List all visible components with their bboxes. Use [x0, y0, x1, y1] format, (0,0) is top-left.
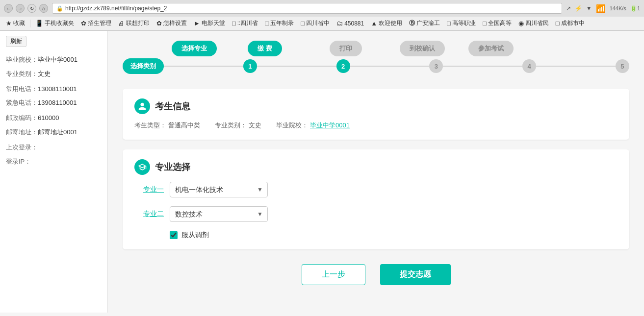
major1-select[interactable]: 机电一体化技术 [170, 182, 268, 197]
address-bar[interactable]: 🔒 http://gzdz.zk789.net/fill/in/page/ste… [52, 3, 562, 14]
major2-select[interactable]: 数控技术 [170, 206, 268, 222]
chengdu-icon: □ [556, 20, 560, 27]
bookmark-fiveyear[interactable]: □ 五年制录 [262, 18, 297, 28]
sidebar-school-value: 毕业中学0001 [38, 56, 77, 63]
bookmark-450881[interactable]: 🗂 450881 [334, 19, 367, 28]
sidebar-loginip: 登录IP： [6, 157, 102, 167]
school-label: 毕业院校： [276, 121, 308, 130]
type-value: 普通高中类 [168, 121, 200, 130]
sidebar-postal: 邮政编码：610000 [6, 113, 102, 123]
bookmark-chengdu-label: 成都市中 [561, 19, 585, 27]
bookmark-recruit[interactable]: ✿ 招生管理 [78, 18, 114, 28]
bookmark-national[interactable]: □ 全国高等 [480, 18, 515, 28]
sidebar-postal-value: 610000 [38, 114, 59, 122]
sidebar: 刷新 毕业院校：毕业中学0001 专业类别：文史 常用电话：1300811000… [0, 31, 108, 313]
step5-circle: 5 [616, 59, 629, 73]
print-icon: 🖨 [118, 20, 125, 27]
movie-icon: ► [194, 20, 200, 27]
major-icon [134, 159, 150, 175]
guangan-icon: Ⓑ [409, 19, 415, 27]
bookmark-450881-label: 450881 [344, 20, 364, 27]
sidebar-emergency-value: 13908110001 [38, 99, 77, 106]
share-icon[interactable]: ↗ [566, 5, 571, 12]
bookmark-collect[interactable]: ★ 收藏 [3, 18, 28, 28]
bookmark-separator [30, 20, 30, 27]
bookmark-guangan-label: 广安渝工 [416, 19, 440, 27]
sidebar-refresh-button[interactable]: 刷新 [6, 36, 26, 47]
browser-titlebar: ← → ↻ ⌂ 🔒 http://gzdz.zk789.net/fill/in/… [0, 0, 644, 17]
step2-circle: 2 [336, 59, 350, 73]
step5-button: 参加考试 [468, 41, 514, 56]
sidebar-emergency: 紧急电话：13908110001 [6, 98, 102, 108]
bookmark-recruit-label: 招生管理 [88, 19, 111, 27]
bookmark-welcome-label: 欢迎使用 [379, 19, 402, 27]
category-button[interactable]: 选择类别 [123, 58, 164, 74]
sidebar-lastlogin: 上次登录： [6, 143, 102, 153]
comply-label: 服从调剂 [181, 231, 209, 240]
bookmark-higher[interactable]: □ 高等职业 [444, 18, 479, 28]
browser-actions: ↗ ⚡ ▼ 📶 144K/s 🔋1 [566, 4, 640, 13]
step4-circle: 4 [522, 59, 536, 73]
more-icon[interactable]: ▼ [586, 5, 592, 12]
student-info-title: 考生信息 [134, 98, 618, 114]
home-button[interactable]: ⌂ [39, 4, 48, 13]
sidebar-phone: 常用电话：13008110001 [6, 84, 102, 95]
bookmark-sichuanmin-label: 四川省民 [525, 19, 549, 27]
lightning-icon[interactable]: ⚡ [575, 5, 582, 12]
sidebar-major-label: 专业类别： [6, 70, 38, 77]
battery-icon: 🔋1 [630, 5, 640, 12]
lock-icon: 🔒 [56, 5, 63, 12]
sidebar-address-label: 邮寄地址： [6, 128, 38, 136]
mobile-icon: 📱 [35, 20, 43, 27]
bookmark-national-label: 全国高等 [488, 19, 512, 27]
step1-circle: 1 [243, 59, 257, 73]
info-school: 毕业院校： 毕业中学0001 [276, 121, 350, 130]
url-text: http://gzdz.zk789.net/fill/in/page/step_… [65, 5, 167, 12]
bookmark-sichuan1[interactable]: □ ::四川省 [229, 18, 261, 28]
sichuan2-icon: □ [301, 20, 305, 27]
student-info-label: 考生信息 [155, 100, 190, 112]
major2-label: 专业二 [134, 210, 164, 219]
refresh-button[interactable]: ↻ [27, 4, 36, 13]
bookmark-settings[interactable]: ✿ 怎样设置 [154, 18, 190, 28]
bookmark-guangan[interactable]: Ⓑ 广安渝工 [406, 18, 443, 28]
step3-button: 打印 [330, 41, 362, 56]
sidebar-address-value: 邮寄地址0001 [38, 128, 77, 136]
bookmarks-bar: ★ 收藏 📱 手机收藏夹 ✿ 招生管理 🖨 联想打印 ✿ 怎样设置 ► 电影天堂… [0, 17, 644, 30]
bookmark-sichuan1-label: ::四川省 [237, 19, 258, 27]
major2-row: 专业二 数控技术 ▼ [134, 206, 618, 222]
sidebar-address: 邮寄地址：邮寄地址0001 [6, 127, 102, 138]
bookmark-mobile[interactable]: 📱 手机收藏夹 [32, 18, 77, 28]
bookmark-sichuanmin[interactable]: ◉ 四川省民 [515, 18, 552, 28]
page-layout: 刷新 毕业院校：毕业中学0001 专业类别：文史 常用电话：1300811000… [0, 31, 644, 313]
major2-select-wrapper: 数控技术 ▼ [170, 206, 268, 222]
bookmark-print[interactable]: 🖨 联想打印 [115, 18, 153, 28]
bottom-buttons: 上一步 提交志愿 [123, 264, 629, 295]
back-button[interactable]: ← [4, 4, 13, 13]
student-info-section: 考生信息 考生类型： 普通高中类 专业类别： 文史 毕业院校： 毕业中学0001 [123, 89, 629, 140]
step1-button[interactable]: 选择专业 [172, 41, 217, 56]
prev-button[interactable]: 上一步 [302, 264, 365, 285]
star-icon: ★ [6, 20, 12, 27]
submit-button[interactable]: 提交志愿 [380, 264, 451, 285]
comply-row: 服从调剂 [170, 231, 618, 240]
major-selection-section: 专业选择 专业一 机电一体化技术 ▼ 专业二 [123, 149, 629, 249]
major1-row: 专业一 机电一体化技术 ▼ [134, 182, 618, 197]
info-row: 考生类型： 普通高中类 专业类别： 文史 毕业院校： 毕业中学0001 [134, 121, 618, 130]
major-value: 文史 [249, 121, 261, 130]
sidebar-lastlogin-label: 上次登录： [6, 144, 38, 151]
bookmark-settings-label: 怎样设置 [163, 19, 187, 27]
bookmark-chengdu[interactable]: □ 成都市中 [553, 18, 588, 28]
step2-button[interactable]: 缴 费 [248, 41, 282, 56]
sidebar-loginip-label: 登录IP： [6, 158, 31, 165]
type-label: 考生类型： [134, 121, 166, 130]
bookmark-movie[interactable]: ► 电影天堂 [191, 18, 228, 28]
sichuanmin-icon: ◉ [518, 20, 524, 27]
bookmark-sichuan2[interactable]: □ 四川省中 [298, 18, 333, 28]
comply-checkbox[interactable] [170, 231, 178, 239]
forward-button[interactable]: → [16, 4, 25, 13]
sidebar-phone-value: 13008110001 [38, 85, 77, 93]
bookmark-welcome[interactable]: ▲ 欢迎使用 [368, 18, 405, 28]
national-icon: □ [483, 20, 487, 27]
school-link[interactable]: 毕业中学0001 [310, 121, 350, 130]
